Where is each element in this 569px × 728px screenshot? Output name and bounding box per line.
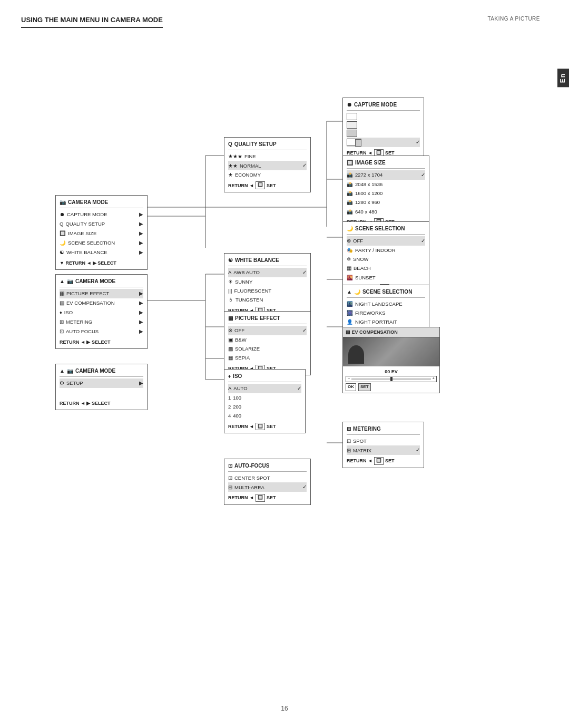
- camera-mode-1-item-2: 🔲 IMAGE SIZE ▶: [60, 229, 143, 238]
- capture-item-0: [347, 112, 420, 121]
- main-title: USING THE MAIN MENU IN CAMERA MODE: [21, 16, 163, 28]
- ev-compensation-box: ▧ EV COMPENSATION 00 EV − + OK SET: [342, 327, 440, 393]
- page-container: TAKING A PICTURE En USING THE MAIN MENU …: [0, 0, 569, 728]
- camera-mode-2-item-1: ▧ EV COMPENSATION ▶: [60, 298, 143, 308]
- wb-fluorescent: ||| FLUORESCENT: [228, 286, 307, 295]
- scene-night-portrait: 👤 NIGHT PORTRAIT: [347, 317, 425, 326]
- top-label: TAKING A PICTURE: [488, 16, 541, 22]
- camera-mode-1-item-0: ⏺ CAPTURE MODE ▶: [60, 210, 143, 219]
- camera-mode-3-footer: RETURN ◄ ▶ SELECT: [60, 400, 143, 407]
- pe-bw: ▣ B&W: [228, 335, 307, 344]
- camera-mode-2-title: ▲ 📷 CAMERA MODE: [60, 277, 143, 287]
- pe-solarize: ▩ SOLARIZE: [228, 344, 307, 353]
- wb-auto: A AWB AUTO ✓: [228, 268, 307, 277]
- iso-auto: A AUTO ✓: [228, 384, 301, 393]
- camera-mode-2-item-3: ⊞ METERING ▶: [60, 317, 143, 327]
- wb-tungsten: 🕯 TUNGSTEN: [228, 295, 307, 304]
- camera-mode-1-box: 📷 CAMERA MODE ⏺ CAPTURE MODE ▶ Q QUALITY…: [55, 195, 148, 270]
- ev-controls: 00 EV − + OK SET: [343, 366, 439, 392]
- lang-tab: En: [557, 69, 569, 87]
- camera-mode-2-item-4: ⊡ AUTO FOCUS ▶: [60, 327, 143, 336]
- capture-item-3: ✓: [347, 138, 420, 147]
- ev-title: ▧ EV COMPENSATION: [343, 327, 439, 337]
- scene-off: ⊗ OFF ✓: [347, 236, 425, 246]
- iso-title: ♦ ISO: [228, 372, 301, 382]
- white-balance-title: ☯ WHITE BALANCE: [228, 256, 307, 266]
- pe-off: ⊗ OFF ✓: [228, 326, 307, 335]
- camera-mode-2-item-2: ♦ ISO ▶: [60, 308, 143, 317]
- metering-footer: RETURN ◄ 🔲 SET: [347, 457, 420, 465]
- auto-focus-title: ⊡ AUTO-FOCUS: [228, 462, 307, 472]
- camera-mode-2-box: ▲ 📷 CAMERA MODE ▦ PICTURE EFFECT ▶ ▧ EV …: [55, 274, 148, 349]
- ev-photo: [343, 337, 439, 366]
- camera-mode-2-item-0: ▦ PICTURE EFFECT ▶: [60, 289, 143, 298]
- quality-fine: ★★★ FINE: [228, 152, 307, 161]
- quality-normal: ★★ NORMAL ✓: [228, 161, 307, 170]
- scene-selection-1-box: 🌙 SCENE SELECTION ⊗ OFF ✓ 🎭 PARTY / INDO…: [342, 221, 429, 295]
- page-number: 16: [281, 705, 288, 712]
- quality-setup-title: Q QUALITY SETUP: [228, 140, 307, 150]
- capture-item-2: [347, 129, 420, 138]
- camera-mode-3-item-0: ⚙ SETUP ▶: [60, 378, 143, 388]
- scene-sunset: 🌇 SUNSET: [347, 273, 425, 282]
- up-arrow-icon: ▲: [60, 277, 65, 286]
- quality-footer: RETURN ◄ 🔲 SET: [228, 181, 307, 189]
- metering-box: ⊞ METERING ⊡ SPOT ⊞ MATRIX ✓ RETURN ◄ 🔲 …: [342, 422, 424, 468]
- ev-slider: − +: [346, 376, 437, 382]
- iso-footer: RETURN ◄ 🔲 SET: [228, 423, 301, 431]
- capture-mode-box: ⏺ CAPTURE MODE ✓ RETURN ◄ 🔲 SET: [342, 98, 424, 160]
- scene-night-landscape: 🌃 NIGHT LANDSCAPE: [347, 299, 425, 308]
- camera-mode-1-item-4: ☯ WHITE BALANCE ▶: [60, 248, 143, 257]
- camera-mode-3-title: ▲ 📷 CAMERA MODE: [60, 367, 143, 377]
- image-size-title: 🔲 IMAGE SIZE: [347, 159, 425, 169]
- af-footer: RETURN ◄ 🔲 SET: [228, 494, 307, 502]
- camera-mode-2-footer: RETURN ◄ ▶ SELECT: [60, 338, 143, 346]
- camera-mode-3-box: ▲ 📷 CAMERA MODE ⚙ SETUP ▶ RETURN ◄ ▶ SEL…: [55, 364, 148, 410]
- picture-effect-title: ▦ PICTURE EFFECT: [228, 314, 307, 324]
- img-640: 📸 640 x 480: [347, 207, 425, 216]
- metering-title: ⊞ METERING: [347, 425, 420, 435]
- af-multi: ⊟ MULTI-AREA ✓: [228, 482, 307, 492]
- capture-item-1: [347, 121, 420, 129]
- capture-mode-title: ⏺ CAPTURE MODE: [347, 101, 420, 111]
- metering-spot: ⊡ SPOT: [347, 436, 420, 445]
- ev-slider-bar: [351, 378, 431, 380]
- ev-value: 00 EV: [346, 368, 437, 375]
- ev-footer: OK SET: [346, 383, 437, 391]
- scene-selection-2-title: ▲ 🌙 SCENE SELECTION: [347, 288, 425, 298]
- iso-box: ♦ ISO A AUTO ✓ 1 100 2 200 4 400 RETURN …: [224, 369, 306, 433]
- quality-setup-box: Q QUALITY SETUP ★★★ FINE ★★ NORMAL ✓ ★ E…: [224, 137, 311, 192]
- af-center: ⊡ CENTER SPOT: [228, 473, 307, 482]
- img-2272: 📸 2272 x 1704 ✓: [347, 170, 425, 180]
- scene-selection-1-title: 🌙 SCENE SELECTION: [347, 225, 425, 235]
- wb-sunny: ☀ SUNNY: [228, 277, 307, 286]
- iso-400: 4 400: [228, 411, 301, 420]
- white-balance-box: ☯ WHITE BALANCE A AWB AUTO ✓ ☀ SUNNY |||…: [224, 253, 311, 317]
- metering-matrix: ⊞ MATRIX ✓: [347, 445, 420, 455]
- scene-snow: ❄ SNOW: [347, 255, 425, 264]
- camera-mode-1-title: 📷 CAMERA MODE: [60, 198, 143, 208]
- iso-200: 2 200: [228, 402, 301, 411]
- img-1280: 📸 1280 x 960: [347, 198, 425, 207]
- image-size-box: 🔲 IMAGE SIZE 📸 2272 x 1704 ✓ 📸 2048 x 15…: [342, 156, 429, 229]
- scene-beach: ▦ BEACH: [347, 264, 425, 273]
- camera-mode-1-item-3: 🌙 SCENE SELECTION ▶: [60, 238, 143, 248]
- quality-economy: ★ ECONOMY: [228, 170, 307, 179]
- img-2048: 📸 2048 x 1536: [347, 180, 425, 189]
- scene-party: 🎭 PARTY / INDOOR: [347, 246, 425, 255]
- camera-mode-1-footer: ▼ RETURN ◄ ▶ SELECT: [60, 259, 143, 267]
- camera-mode-1-item-1: Q QUALITY SETUP ▶: [60, 219, 143, 229]
- img-1600: 📸 1600 x 1200: [347, 189, 425, 198]
- camera-icon-1: 📷: [60, 198, 66, 207]
- pe-sepia: ▦ SEPIA: [228, 353, 307, 362]
- picture-effect-box: ▦ PICTURE EFFECT ⊗ OFF ✓ ▣ B&W ▩ SOLARIZ…: [224, 311, 311, 375]
- auto-focus-box: ⊡ AUTO-FOCUS ⊡ CENTER SPOT ⊟ MULTI-AREA …: [224, 459, 311, 505]
- scene-fireworks: 🎆 FIREWORKS: [347, 308, 425, 317]
- iso-100: 1 100: [228, 393, 301, 402]
